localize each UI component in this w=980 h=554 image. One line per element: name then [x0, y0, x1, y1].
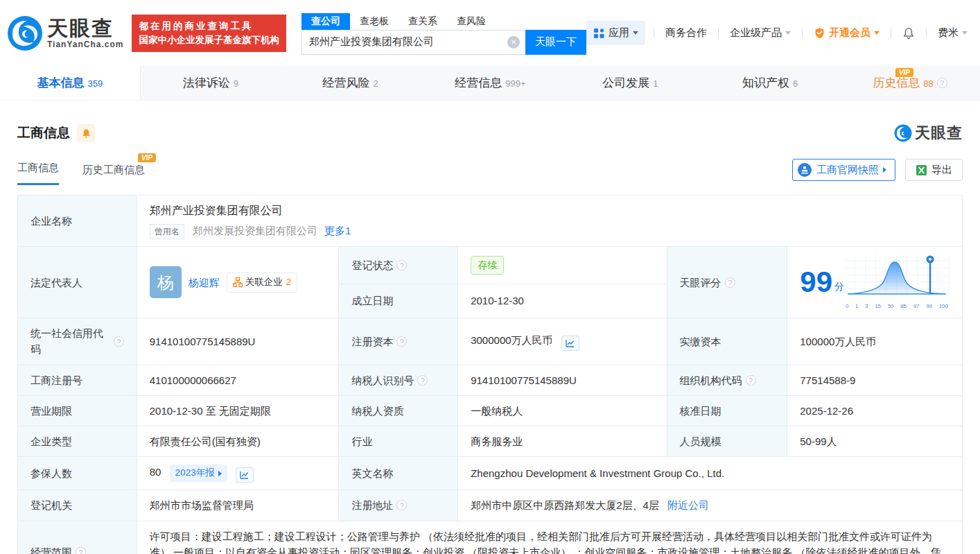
org-code-value: 77514588-9 [787, 365, 963, 395]
tab-business-info[interactable]: 经营信息 999+ [421, 66, 561, 100]
company-name-label: 企业名称 [18, 196, 137, 247]
nav-enterprise-products[interactable]: 企业级产品 [727, 26, 794, 40]
subtab-business-info[interactable]: 工商信息 [17, 162, 59, 185]
reg-number-label: 工商注册号 [18, 365, 137, 395]
reg-status-help-icon[interactable]: ? [396, 260, 407, 270]
tianyancha-logo-icon [7, 15, 43, 51]
row-credit-code: 统一社会信用代码? 91410100775145889U 注册资本? 30000… [18, 318, 963, 365]
legal-rep-avatar[interactable]: 杨 [150, 266, 182, 298]
score-distribution-chart: 0131550859799100 [844, 254, 950, 311]
credit-code-label: 统一社会信用代码? [18, 318, 137, 365]
paid-capital-value: 100000万人民币 [787, 318, 963, 365]
reg-capital-trend-icon[interactable] [561, 336, 579, 351]
tyc-score-label: 天眼评分? [667, 247, 787, 318]
tianyancha-company-page: 天眼查 TianYanCha.com 都在用的商业查询工具 国家中小企业发展子基… [0, 0, 980, 554]
search-input[interactable] [301, 30, 525, 55]
row-business-term: 营业期限 2010-12-30 至 无固定期限 纳税人资质 一般纳税人 核准日期… [18, 395, 963, 426]
org-code-help-icon[interactable]: ? [746, 375, 756, 386]
apps-grid-icon [593, 28, 604, 39]
establish-date-value: 2010-12-30 [458, 284, 667, 318]
site-logo[interactable]: 天眼查 TianYanCha.com [7, 15, 123, 51]
tab-legal-litigation[interactable]: 法律诉讼 9 [141, 66, 281, 100]
search-tab-relation[interactable]: 查关系 [399, 13, 447, 30]
company-tab-bar: 基本信息 359 法律诉讼 9 经营风险 2 经营信息 999+ 公司发展 1 … [0, 66, 980, 101]
slogan-line-2: 国家中小企业发展子基金旗下机构 [139, 33, 279, 47]
insured-count-trend-icon[interactable] [236, 467, 254, 483]
tab-company-development[interactable]: 公司发展 1 [560, 66, 700, 100]
logo-text-cn: 天眼查 [47, 17, 123, 40]
official-snapshot-button[interactable]: 工商官网快照 [792, 159, 895, 181]
nav-user-menu[interactable]: 费米 [935, 26, 970, 40]
watermark-logo-icon [894, 124, 912, 142]
notification-bell-icon [902, 27, 915, 40]
reg-address-help-icon[interactable]: ? [396, 500, 407, 510]
reg-status-label: 登记状态? [339, 247, 458, 284]
legal-rep-cell: 杨 杨迎辉 关联企业 2 [137, 247, 339, 318]
taxpayer-id-label: 纳税人识别号? [339, 365, 458, 395]
reg-address-label: 注册地址? [339, 490, 458, 521]
tab-history-info[interactable]: VIP 历史信息 88 ? [840, 66, 980, 100]
taxpayer-id-help-icon[interactable]: ? [417, 375, 428, 386]
main-content: 工商信息 天眼查 工商信息 [0, 123, 980, 554]
legal-rep-name-link[interactable]: 杨迎辉 [189, 275, 220, 291]
tyc-score-help-icon[interactable]: ? [725, 277, 735, 288]
tyc-score-unit: 分 [834, 279, 844, 295]
reg-capital-help-icon[interactable]: ? [396, 336, 407, 347]
brand-slogan: 都在用的商业查询工具 国家中小企业发展子基金旗下机构 [132, 15, 286, 52]
history-help-icon[interactable]: ? [937, 78, 947, 88]
row-company-type: 企业类型 有限责任公司(国有独资) 行业 商务服务业 人员规模 50-99人 [18, 426, 963, 457]
reg-status-cell: 存续 [458, 247, 667, 284]
paid-capital-label: 实缴资本 [667, 318, 787, 365]
search-tab-risk[interactable]: 查风险 [447, 13, 496, 30]
status-badge: 存续 [471, 256, 504, 275]
company-type-label: 企业类型 [18, 426, 137, 457]
tianyancha-watermark: 天眼查 [894, 123, 963, 144]
tab-operation-risk[interactable]: 经营风险 2 [281, 66, 421, 100]
search-button[interactable]: 天眼一下 [525, 30, 586, 55]
tyc-score-cell: 99 分 [787, 247, 963, 318]
credit-code-value: 91410100775145889U [137, 318, 339, 365]
company-name-value: 郑州产业投资集团有限公司 [150, 202, 950, 220]
monitor-bell-icon[interactable] [77, 124, 95, 142]
former-name-value: 郑州发展投资集团有限公司 [193, 225, 317, 236]
top-nav: 应用 商务合作 企业级产品 开通会员 [586, 21, 970, 45]
score-chart-ticks: 0131550859799100 [844, 302, 950, 311]
section-header: 工商信息 天眼查 [17, 123, 963, 144]
legal-rep-label: 法定代表人 [18, 247, 137, 318]
nav-apps-menu[interactable]: 应用 [586, 21, 645, 45]
subtab-vip-badge: VIP [138, 153, 156, 162]
former-name-badge: 曾用名 [150, 224, 184, 240]
nav-notifications[interactable] [900, 27, 918, 40]
row-reg-authority: 登记机关 郑州市市场监督管理局 注册地址? 郑州市中原区中原西路郑发大厦2层、4… [18, 490, 963, 521]
nearby-companies-link[interactable]: 附近公司 [667, 499, 709, 511]
reg-capital-cell: 3000000万人民币 [458, 318, 667, 365]
tyc-score-value: 99 [800, 268, 832, 297]
nav-open-vip[interactable]: 开通会员 [811, 26, 882, 40]
excel-icon [916, 164, 927, 176]
tab-basic-info-label: 基本信息 [37, 75, 85, 91]
tab-intellectual-property[interactable]: 知识产权 6 [700, 66, 840, 100]
nav-cooperation-label: 商务合作 [665, 26, 707, 40]
nav-cooperation[interactable]: 商务合作 [663, 26, 710, 40]
reg-authority-label: 登记机关 [18, 490, 137, 521]
related-companies-badge[interactable]: 关联企业 2 [227, 272, 298, 293]
row-legal-rep: 法定代表人 杨 杨迎辉 关联企业 [18, 247, 963, 284]
search-tab-company[interactable]: 查公司 [301, 13, 350, 30]
search-tab-boss[interactable]: 查老板 [350, 13, 399, 30]
approval-date-label: 核准日期 [667, 395, 787, 426]
credit-code-help-icon[interactable]: ? [114, 336, 124, 347]
business-scope-help-icon[interactable]: ? [76, 547, 86, 554]
row-reg-number: 工商注册号 410100000066627 纳税人识别号? 9141010077… [18, 365, 963, 395]
english-name-label: 英文名称 [339, 457, 458, 490]
clear-search-icon[interactable]: × [507, 36, 520, 49]
tab-basic-info[interactable]: 基本信息 359 [0, 66, 141, 100]
business-scope-value: 许可项目：建设工程施工；建设工程设计；公路管理与养护 （依法须经批准的项目，经相… [137, 521, 962, 554]
annual-report-badge[interactable]: 2023年报 [170, 465, 227, 482]
tab-basic-info-count: 359 [88, 78, 103, 89]
subtab-history-business-info[interactable]: VIP 历史工商信息 [82, 164, 145, 185]
nav-open-vip-label: 开通会员 [829, 26, 870, 40]
more-former-names-link[interactable]: 更多1 [324, 225, 351, 236]
company-name-cell: 郑州产业投资集团有限公司 曾用名 郑州发展投资集团有限公司 更多1 [137, 196, 962, 247]
export-button[interactable]: 导出 [905, 159, 963, 181]
reg-address-value: 郑州市中原区中原西路郑发大厦2层、4层 [471, 499, 659, 511]
